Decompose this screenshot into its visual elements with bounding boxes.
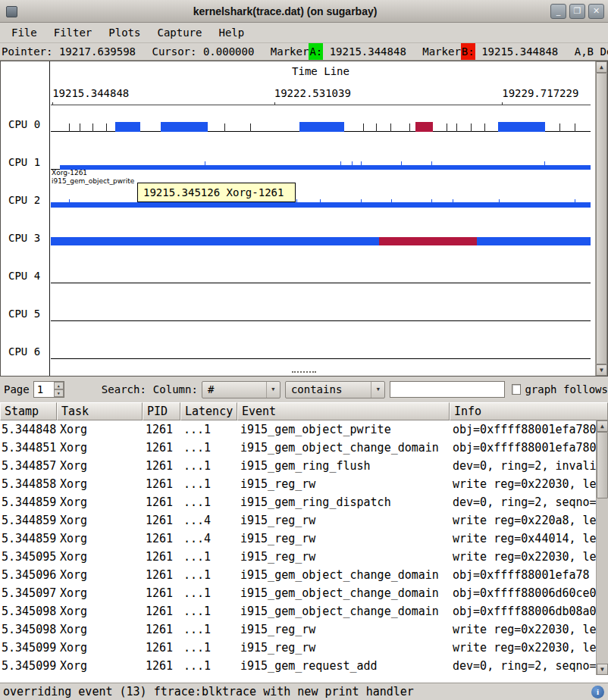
- table-row[interactable]: 5.344851Xorg1261...1i915_gem_object_chan…: [0, 439, 608, 457]
- event-tick[interactable]: [250, 123, 251, 132]
- table-row[interactable]: 5.344857Xorg1261...1i915_gem_ring_flushd…: [0, 457, 608, 475]
- event-tick[interactable]: [320, 199, 321, 208]
- event-tick[interactable]: [391, 199, 392, 208]
- table-scrollbar[interactable]: ▲ ▼: [596, 420, 608, 675]
- table-row[interactable]: 5.345099Xorg1261...1i915_reg_rwwrite reg…: [0, 639, 608, 657]
- table-row[interactable]: 5.345097Xorg1261...1i915_gem_object_chan…: [0, 584, 608, 602]
- menu-plots[interactable]: Plots: [100, 24, 149, 41]
- task-bar-blue[interactable]: [60, 165, 591, 170]
- event-tick[interactable]: [106, 123, 107, 132]
- event-tick[interactable]: [376, 123, 377, 132]
- event-tick[interactable]: [401, 161, 402, 170]
- event-tick[interactable]: [277, 237, 277, 245]
- event-tick[interactable]: [205, 161, 205, 170]
- task-bar-blue[interactable]: [51, 237, 591, 245]
- event-tick[interactable]: [296, 199, 297, 208]
- cpu-plot[interactable]: [51, 219, 591, 257]
- table-row[interactable]: 5.345099Xorg1261...1i915_gem_request_add…: [0, 657, 608, 675]
- scroll-up-icon[interactable]: ▲: [597, 420, 608, 432]
- task-bar-red[interactable]: [415, 122, 433, 132]
- minimize-button[interactable]: _: [550, 4, 566, 19]
- table-row[interactable]: 5.344859Xorg1261...1i915_gem_ring_dispat…: [0, 493, 608, 511]
- event-tick[interactable]: [136, 237, 137, 245]
- event-tick[interactable]: [453, 199, 453, 208]
- search-input[interactable]: [390, 381, 505, 398]
- event-tick[interactable]: [456, 123, 457, 132]
- graph-follows-checkbox[interactable]: [512, 384, 521, 395]
- close-button[interactable]: ✕: [588, 4, 604, 19]
- table-row[interactable]: 5.344858Xorg1261...1i915_reg_rwwrite reg…: [0, 475, 608, 493]
- page-spinner[interactable]: 1 ▲ ▼: [33, 381, 64, 398]
- task-bar-blue[interactable]: [51, 202, 591, 208]
- event-tick[interactable]: [224, 123, 225, 132]
- scroll-down-icon[interactable]: ▼: [597, 664, 608, 675]
- table-row[interactable]: 5.344859Xorg1261...4i915_reg_rwwrite reg…: [0, 511, 608, 530]
- task-bar-red[interactable]: [378, 237, 477, 245]
- cell-stamp: 5.344851: [0, 439, 57, 457]
- event-tick[interactable]: [484, 123, 485, 132]
- event-tick[interactable]: [471, 123, 472, 132]
- event-tick[interactable]: [575, 123, 575, 132]
- column-header-stamp[interactable]: Stamp: [0, 402, 57, 420]
- pane-splitter-handle[interactable]: [292, 371, 316, 376]
- table-row[interactable]: 5.345096Xorg1261...1i915_gem_object_chan…: [0, 566, 608, 584]
- event-tick[interactable]: [499, 199, 500, 208]
- match-select[interactable]: contains ▼: [285, 381, 385, 398]
- event-tick[interactable]: [559, 123, 560, 132]
- event-tick[interactable]: [361, 199, 362, 208]
- column-select[interactable]: # ▼: [202, 381, 280, 398]
- event-tick[interactable]: [575, 199, 575, 208]
- spin-down-icon[interactable]: ▼: [54, 389, 64, 397]
- cpu-plot[interactable]: [51, 105, 591, 143]
- column-header-latency[interactable]: Latency: [180, 402, 237, 420]
- event-tick[interactable]: [363, 123, 364, 132]
- cpu-plot[interactable]: [51, 257, 591, 295]
- title-bar[interactable]: kernelshark(trace.dat) (on sugarbay) _ ❐…: [0, 0, 608, 23]
- event-tick[interactable]: [69, 123, 70, 132]
- menu-capture[interactable]: Capture: [149, 24, 210, 41]
- event-tick[interactable]: [96, 237, 96, 245]
- menu-help[interactable]: Help: [210, 24, 252, 41]
- table-row[interactable]: 5.345098Xorg1261...1i915_gem_object_chan…: [0, 602, 608, 620]
- event-tick[interactable]: [69, 199, 70, 208]
- event-tick[interactable]: [390, 123, 391, 132]
- event-tick[interactable]: [361, 161, 362, 170]
- marker-a-label: Marker: [271, 43, 309, 60]
- table-row[interactable]: 5.344859Xorg1261...4i915_reg_rwwrite reg…: [0, 530, 608, 548]
- event-tick[interactable]: [447, 123, 447, 132]
- cell-task: Xorg: [57, 420, 143, 439]
- menu-filter[interactable]: Filter: [45, 24, 101, 41]
- event-tick[interactable]: [80, 123, 80, 132]
- table-row[interactable]: 5.344848Xorg1261...1i915_gem_object_pwri…: [0, 420, 608, 439]
- task-bar-blue[interactable]: [299, 122, 345, 132]
- scroll-down-icon[interactable]: ▼: [596, 364, 607, 376]
- column-header-pid[interactable]: PID: [143, 402, 180, 420]
- task-bar-blue[interactable]: [161, 122, 208, 132]
- scroll-up-icon[interactable]: ▲: [596, 61, 607, 73]
- cpu-plot[interactable]: [51, 181, 591, 219]
- task-bar-blue[interactable]: [498, 122, 546, 132]
- table-row[interactable]: 5.345098Xorg1261...1i915_reg_rwwrite reg…: [0, 620, 608, 639]
- spin-up-icon[interactable]: ▲: [54, 382, 64, 389]
- column-header-event[interactable]: Event: [237, 402, 450, 420]
- cpu-plot[interactable]: [51, 295, 591, 333]
- task-bar-blue[interactable]: [115, 122, 140, 132]
- event-tick[interactable]: [92, 123, 93, 132]
- maximize-button[interactable]: ❐: [569, 4, 585, 19]
- info-icon[interactable]: i: [591, 686, 604, 698]
- column-header-task[interactable]: Task: [57, 402, 143, 420]
- event-tick[interactable]: [340, 161, 341, 170]
- column-header-info[interactable]: Info: [450, 402, 608, 420]
- menu-file[interactable]: File: [3, 24, 45, 41]
- cpu-plot[interactable]: [51, 333, 591, 370]
- graph-scrollbar-thumb[interactable]: [596, 73, 607, 364]
- table-row[interactable]: 5.345095Xorg1261...1i915_reg_rwwrite reg…: [0, 548, 608, 566]
- event-tick[interactable]: [409, 123, 410, 132]
- graph-scrollbar[interactable]: ▲ ▼: [595, 61, 607, 376]
- table-scrollbar-thumb[interactable]: [597, 432, 608, 498]
- event-tick[interactable]: [431, 161, 432, 170]
- event-tick[interactable]: [352, 161, 353, 170]
- event-tick[interactable]: [544, 161, 545, 170]
- event-tick[interactable]: [431, 199, 432, 208]
- event-tick[interactable]: [378, 237, 379, 245]
